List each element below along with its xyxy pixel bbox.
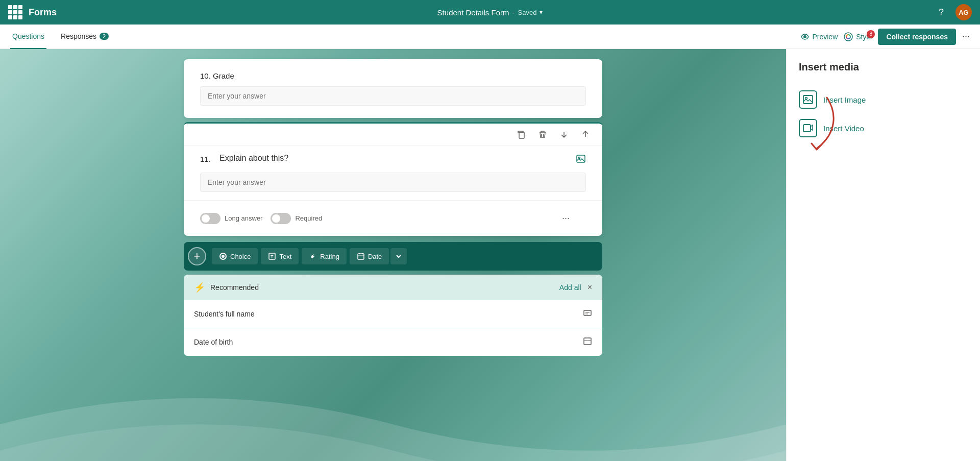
svg-rect-3 bbox=[577, 155, 585, 162]
delete-button[interactable] bbox=[534, 128, 551, 143]
sub-nav: Questions Responses 2 Preview Style bbox=[0, 25, 980, 49]
form-title-bar: Student Details Form - Saved ▾ bbox=[437, 8, 543, 17]
long-answer-label: Long answer bbox=[225, 214, 262, 222]
header-right-actions: ? AG bbox=[933, 4, 972, 20]
subnav-right-controls: Preview Style 8 Collect responses ··· bbox=[801, 29, 970, 45]
subnav-more-button[interactable]: ··· bbox=[962, 31, 970, 42]
insert-video-icon bbox=[799, 119, 817, 137]
svg-rect-2 bbox=[519, 132, 524, 138]
image-icon bbox=[576, 154, 586, 164]
question-card-11: 11. Long answer bbox=[184, 122, 602, 236]
rec-item-fullname[interactable]: Student's full name bbox=[184, 300, 602, 328]
panel-title: Insert media bbox=[799, 61, 968, 73]
rec-scroll-container: Student's full name Date of birth bbox=[184, 300, 602, 356]
rec-item-fullname-text: Student's full name bbox=[194, 310, 583, 318]
right-panel: Insert media Insert Image Insert Video bbox=[786, 49, 980, 461]
rating-icon bbox=[309, 252, 317, 260]
responses-badge: 2 bbox=[100, 33, 109, 40]
required-toggle[interactable] bbox=[271, 213, 291, 224]
svg-point-0 bbox=[803, 35, 806, 38]
expand-icon bbox=[395, 253, 402, 260]
question-image-button[interactable] bbox=[576, 154, 586, 166]
text-field-icon bbox=[583, 308, 592, 318]
svg-point-6 bbox=[222, 255, 225, 258]
add-question-bar: + Choice T Text Rating bbox=[184, 242, 602, 271]
question-11-text-input[interactable] bbox=[219, 154, 572, 163]
toggle-knob bbox=[202, 214, 210, 223]
delete-icon bbox=[538, 130, 547, 139]
main-layout: 10. Grade bbox=[0, 49, 980, 461]
question-11-number: 11. bbox=[200, 154, 215, 163]
expand-types-button[interactable] bbox=[390, 248, 407, 264]
svg-rect-10 bbox=[584, 310, 591, 316]
video-button-icon bbox=[802, 123, 814, 134]
add-choice-button[interactable]: Choice bbox=[212, 248, 258, 264]
move-down-button[interactable] bbox=[555, 128, 573, 143]
style-notification-badge: 8 bbox=[867, 30, 875, 38]
svg-rect-14 bbox=[803, 125, 811, 132]
tab-questions[interactable]: Questions bbox=[10, 25, 46, 49]
card-11-toolbar bbox=[184, 124, 602, 145]
content-area[interactable]: 10. Grade bbox=[0, 49, 786, 461]
question-10-label: 10. Grade bbox=[200, 71, 586, 80]
insert-image-button[interactable]: Insert Image bbox=[799, 85, 866, 114]
recommended-panel: ⚡ Recommended Add all × Student's full n… bbox=[184, 275, 602, 356]
rec-item-dob[interactable]: Date of birth bbox=[184, 328, 602, 356]
insert-video-button[interactable]: Insert Video bbox=[799, 114, 864, 142]
rec-item-fullname-icon bbox=[583, 308, 592, 320]
top-nav: Forms Student Details Form - Saved ▾ ? A… bbox=[0, 0, 980, 25]
rec-item-dob-icon bbox=[583, 336, 592, 348]
waffle-icon[interactable] bbox=[8, 5, 22, 19]
preview-icon bbox=[801, 33, 809, 41]
required-toggle-knob bbox=[272, 214, 280, 223]
recommended-title: Recommended bbox=[210, 283, 559, 292]
image-button-icon bbox=[802, 94, 814, 105]
svg-rect-12 bbox=[803, 95, 813, 104]
card-inner-10: 10. Grade bbox=[184, 59, 602, 118]
svg-text:T: T bbox=[271, 254, 274, 259]
question-11-answer-input[interactable] bbox=[200, 173, 586, 192]
close-recommended-button[interactable]: × bbox=[587, 283, 592, 292]
copy-button[interactable] bbox=[512, 128, 530, 143]
style-btn-wrapper: Style 8 bbox=[844, 32, 872, 41]
preview-button[interactable]: Preview bbox=[801, 33, 838, 41]
add-all-button[interactable]: Add all bbox=[559, 283, 581, 292]
title-chevron-icon[interactable]: ▾ bbox=[540, 9, 543, 16]
choice-icon bbox=[219, 252, 227, 260]
copy-icon bbox=[517, 130, 526, 139]
saved-status: Saved bbox=[518, 9, 537, 16]
app-title: Forms bbox=[29, 7, 57, 18]
arrow-down-icon bbox=[559, 130, 569, 139]
svg-rect-11 bbox=[584, 338, 591, 345]
form-name: Student Details Form bbox=[437, 8, 509, 17]
insert-image-icon bbox=[799, 90, 817, 109]
recommended-header: ⚡ Recommended Add all × bbox=[184, 275, 602, 300]
collect-responses-button[interactable]: Collect responses bbox=[878, 29, 956, 45]
long-answer-toggle-group: Long answer bbox=[200, 213, 262, 224]
svg-point-1 bbox=[844, 33, 852, 41]
question-11-more-button[interactable]: ··· bbox=[546, 207, 586, 230]
lightning-icon: ⚡ bbox=[194, 282, 205, 293]
avatar[interactable]: AG bbox=[955, 4, 972, 20]
add-rating-button[interactable]: Rating bbox=[302, 248, 347, 264]
help-button[interactable]: ? bbox=[933, 4, 949, 20]
long-answer-toggle[interactable] bbox=[200, 213, 220, 224]
style-icon bbox=[844, 32, 853, 41]
text-type-icon: T bbox=[268, 252, 276, 260]
date-field-icon bbox=[583, 336, 592, 346]
tab-responses[interactable]: Responses 2 bbox=[59, 25, 111, 49]
required-label: Required bbox=[295, 214, 322, 222]
svg-rect-9 bbox=[358, 254, 364, 259]
add-question-button[interactable]: + bbox=[188, 247, 206, 265]
question-11-row: 11. bbox=[184, 145, 602, 166]
arrow-up-icon bbox=[581, 130, 590, 139]
add-date-button[interactable]: Date bbox=[350, 248, 389, 264]
move-up-button[interactable] bbox=[577, 128, 594, 143]
question-10-answer-input[interactable] bbox=[200, 86, 586, 106]
card-11-footer: Long answer Required ··· bbox=[184, 200, 602, 236]
answer-area-11 bbox=[184, 166, 602, 200]
date-icon bbox=[357, 252, 365, 260]
add-text-button[interactable]: T Text bbox=[261, 248, 299, 264]
rec-item-dob-text: Date of birth bbox=[194, 338, 583, 346]
recommended-items-list: Student's full name Date of birth bbox=[184, 300, 602, 356]
